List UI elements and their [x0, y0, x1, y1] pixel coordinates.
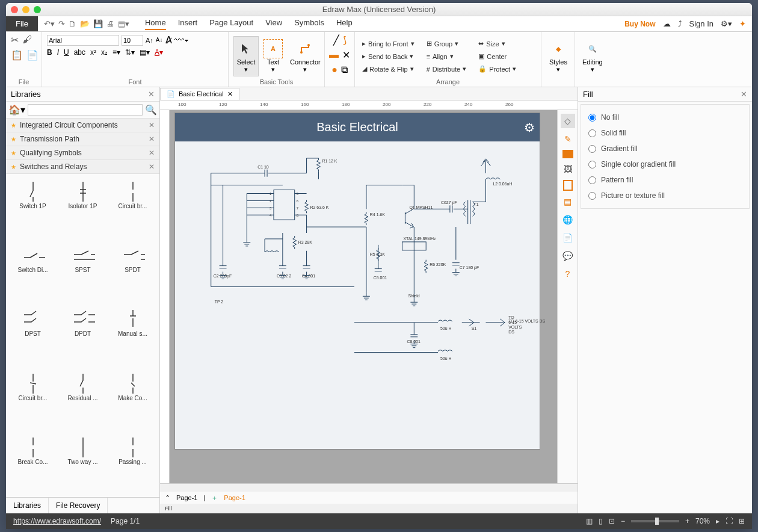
- redo-icon[interactable]: ↷: [58, 19, 65, 28]
- shape-item[interactable]: Manual s...: [108, 304, 157, 367]
- document-tab[interactable]: 📄Basic Electrical✕: [160, 88, 239, 100]
- increase-font-icon[interactable]: A↑: [146, 37, 153, 44]
- ellipse-icon[interactable]: ●: [331, 64, 337, 75]
- linespacing-icon[interactable]: ⇅▾: [125, 48, 135, 57]
- underline-icon[interactable]: U: [64, 48, 69, 57]
- save-icon[interactable]: 💾: [93, 19, 103, 28]
- align-button[interactable]: ≡ Align ▾: [424, 51, 469, 61]
- strike-icon[interactable]: abc: [74, 48, 85, 57]
- bold-icon[interactable]: B: [47, 48, 52, 57]
- tab-home[interactable]: Home: [145, 18, 166, 30]
- close-fill-icon[interactable]: ✕: [741, 90, 747, 99]
- fill-option[interactable]: Solid fill: [584, 125, 747, 141]
- file-menu[interactable]: File: [6, 16, 38, 31]
- styles-button[interactable]: ◆Styles▾: [546, 37, 570, 76]
- italic-icon[interactable]: I: [57, 48, 59, 57]
- shape-item[interactable]: Switch Di...: [8, 240, 57, 303]
- connector-tool[interactable]: Connector▾: [288, 37, 323, 76]
- sidebar-tab-libraries[interactable]: Libraries: [6, 498, 49, 513]
- curve-icon[interactable]: 〰▾: [174, 35, 189, 46]
- view-mode2-icon[interactable]: ▯: [599, 517, 603, 525]
- zoom-slider[interactable]: [631, 520, 679, 522]
- protect-button[interactable]: 🔒 Protect ▾: [476, 64, 519, 74]
- shape-item[interactable]: Passing ...: [108, 432, 157, 495]
- format-painter-icon[interactable]: 🖌: [22, 34, 32, 46]
- fill-option[interactable]: No fill: [584, 110, 747, 125]
- shape-item[interactable]: Break Co...: [8, 432, 57, 495]
- shape-tool-icon[interactable]: [562, 150, 573, 158]
- shape-item[interactable]: Isolator 1P: [58, 176, 107, 239]
- status-url[interactable]: https://www.edrawsoft.com/: [13, 517, 101, 525]
- open-icon[interactable]: 📂: [80, 19, 90, 28]
- image-tool-icon[interactable]: 🖼: [561, 162, 575, 176]
- page-tab[interactable]: Page-1: [176, 494, 197, 501]
- clear-format-icon[interactable]: A̷: [165, 34, 172, 46]
- gear-icon[interactable]: ⚙: [524, 120, 535, 135]
- select-tool[interactable]: Select▾: [233, 36, 259, 76]
- bring-to-front[interactable]: ▸ Bring to Front ▾: [360, 39, 417, 49]
- view-mode-icon[interactable]: ▥: [586, 517, 593, 525]
- shape-item[interactable]: DPST: [8, 304, 57, 367]
- buy-now-link[interactable]: Buy Now: [624, 20, 655, 28]
- horizontal-scrollbar[interactable]: [160, 483, 578, 492]
- line-icon[interactable]: ╱: [333, 34, 339, 46]
- fill-option[interactable]: Single color gradient fill: [584, 156, 747, 172]
- drawing-canvas[interactable]: Basic Electrical⚙ C1 10R1 12 K12345678R2…: [170, 110, 557, 483]
- zoom-out-icon[interactable]: −: [621, 517, 625, 525]
- help-tool-icon[interactable]: ?: [561, 267, 575, 281]
- present-icon[interactable]: ▸: [716, 517, 719, 525]
- signin-link[interactable]: Sign In: [689, 19, 713, 28]
- comment-tool-icon[interactable]: 💬: [561, 249, 575, 263]
- decrease-font-icon[interactable]: A↓: [156, 37, 163, 43]
- send-to-back[interactable]: ▸ Send to Back ▾: [360, 51, 417, 61]
- size-button[interactable]: ⬌ Size ▾: [476, 39, 519, 49]
- font-color-icon[interactable]: A▾: [155, 48, 163, 57]
- shape-item[interactable]: Circuit br...: [108, 176, 157, 239]
- paste-icon[interactable]: 📄: [26, 49, 39, 61]
- zoom-in-icon[interactable]: +: [685, 517, 689, 525]
- shape-item[interactable]: Two way ...: [58, 432, 107, 495]
- superscript-icon[interactable]: x²: [90, 48, 96, 57]
- text-tool[interactable]: A Text▾: [261, 37, 285, 76]
- font-size-input[interactable]: [122, 35, 143, 46]
- group-button[interactable]: ⊞ Group ▾: [424, 39, 469, 49]
- line-tool-icon[interactable]: ✎: [561, 132, 575, 146]
- fullscreen-icon[interactable]: ⛶: [726, 517, 733, 525]
- new-icon[interactable]: 🗋: [69, 19, 76, 28]
- lib-category[interactable]: Switches and Relays✕: [6, 160, 159, 174]
- arc-icon[interactable]: ⟆: [343, 34, 347, 46]
- rotate-flip[interactable]: ◢ Rotate & Flip ▾: [360, 64, 417, 74]
- page-tool-icon[interactable]: [563, 180, 573, 191]
- settings-icon[interactable]: ⚙▾: [721, 19, 732, 28]
- close-libraries-icon[interactable]: ✕: [148, 90, 155, 99]
- grid-icon[interactable]: ⊞: [739, 517, 745, 525]
- shape-item[interactable]: SPDT: [108, 240, 157, 303]
- shape-item[interactable]: Residual ...: [58, 368, 107, 431]
- tab-symbols[interactable]: Symbols: [294, 18, 324, 30]
- close-tab-icon[interactable]: ✕: [227, 90, 233, 98]
- globe-tool-icon[interactable]: 🌐: [561, 212, 575, 227]
- editing-button[interactable]: 🔍Editing▾: [580, 37, 605, 76]
- tab-page-layout[interactable]: Page Layout: [209, 18, 253, 30]
- list-tool-icon[interactable]: ▤: [561, 194, 575, 209]
- home-dropdown-icon[interactable]: 🏠▾: [8, 104, 25, 116]
- share-icon[interactable]: ⤴: [678, 19, 682, 28]
- search-icon[interactable]: 🔍: [145, 104, 157, 116]
- shape-item[interactable]: Circuit br...: [8, 368, 57, 431]
- cloud-icon[interactable]: ☁: [663, 19, 671, 28]
- fit-icon[interactable]: ⊡: [609, 517, 615, 525]
- bullets-icon[interactable]: ≡▾: [112, 48, 120, 57]
- library-search-input[interactable]: [28, 104, 143, 116]
- rect-shape-icon[interactable]: ▬: [329, 49, 339, 61]
- crop2-icon[interactable]: ⧉: [341, 64, 348, 75]
- lib-category[interactable]: Integrated Circuit Components✕: [6, 119, 159, 132]
- tab-view[interactable]: View: [265, 18, 282, 30]
- lib-category[interactable]: Transmission Path✕: [6, 132, 159, 146]
- copy-icon[interactable]: 📋: [11, 49, 23, 61]
- center-button[interactable]: ▣ Center: [476, 51, 519, 61]
- font-name-input[interactable]: [47, 35, 119, 46]
- crop-icon[interactable]: ✕: [342, 49, 350, 61]
- add-page-icon[interactable]: ＋: [211, 493, 218, 503]
- shape-item[interactable]: Make Co...: [108, 368, 157, 431]
- page-nav-icon[interactable]: ⌃: [165, 494, 170, 502]
